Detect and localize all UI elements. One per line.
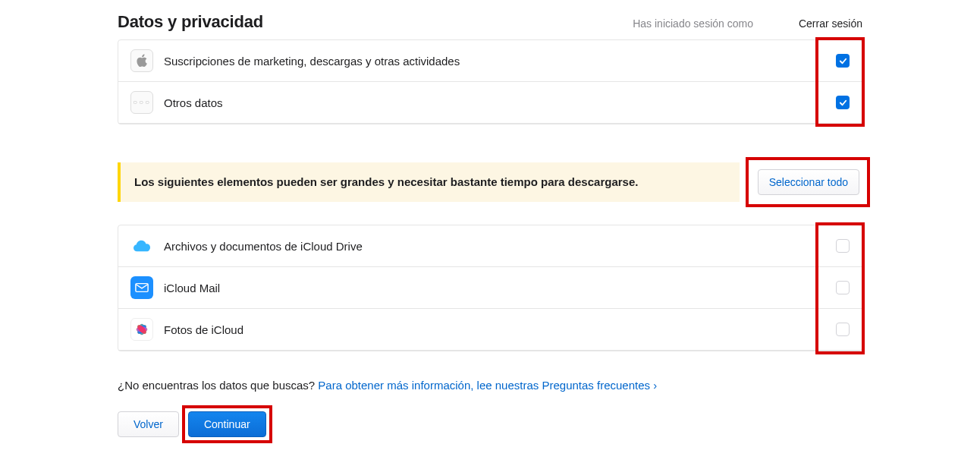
sign-out-link[interactable]: Cerrar sesión	[799, 17, 862, 30]
data-category-list-2: Archivos y documentos de iCloud Drive iC…	[118, 225, 862, 351]
checkbox-marketing[interactable]	[836, 54, 850, 68]
row-label: Otros datos	[164, 96, 836, 109]
checkbox-other-data[interactable]	[836, 96, 850, 109]
list-item: iCloud Mail	[118, 267, 862, 309]
faq-prefix: ¿No encuentras los datos que buscas?	[118, 379, 318, 392]
large-download-notice: Los siguientes elementos pueden ser gran…	[118, 162, 740, 202]
ellipsis-icon: ○○○	[130, 91, 153, 114]
row-label: Fotos de iCloud	[164, 323, 836, 336]
row-label: iCloud Mail	[164, 282, 836, 294]
faq-link[interactable]: Para obtener más información, lee nuestr…	[318, 379, 657, 392]
icloud-drive-icon	[130, 235, 153, 257]
faq-line: ¿No encuentras los datos que buscas? Par…	[118, 379, 862, 392]
row-label: Suscripciones de marketing, descargas y …	[164, 55, 836, 68]
list-item: Suscripciones de marketing, descargas y …	[118, 40, 862, 82]
apple-icon	[130, 49, 153, 72]
data-category-list-1: Suscripciones de marketing, descargas y …	[118, 39, 862, 124]
mail-icon	[130, 276, 153, 299]
continue-button[interactable]: Continuar	[188, 411, 266, 437]
back-button[interactable]: Volver	[118, 411, 179, 437]
checkbox-icloud-mail[interactable]	[836, 281, 850, 294]
select-all-button[interactable]: Seleccionar todo	[758, 169, 859, 195]
checkbox-icloud-photos[interactable]	[836, 323, 850, 336]
list-item: Fotos de iCloud	[118, 309, 862, 351]
checkbox-icloud-drive[interactable]	[836, 239, 850, 253]
signed-in-as-label: Has iniciado sesión como	[633, 17, 753, 30]
row-label: Archivos y documentos de iCloud Drive	[164, 240, 836, 253]
list-item: ○○○ Otros datos	[118, 82, 862, 124]
svg-rect-0	[136, 284, 148, 292]
page-title: Datos y privacidad	[118, 12, 263, 32]
list-item: Archivos y documentos de iCloud Drive	[118, 225, 862, 267]
photos-icon	[130, 318, 153, 341]
